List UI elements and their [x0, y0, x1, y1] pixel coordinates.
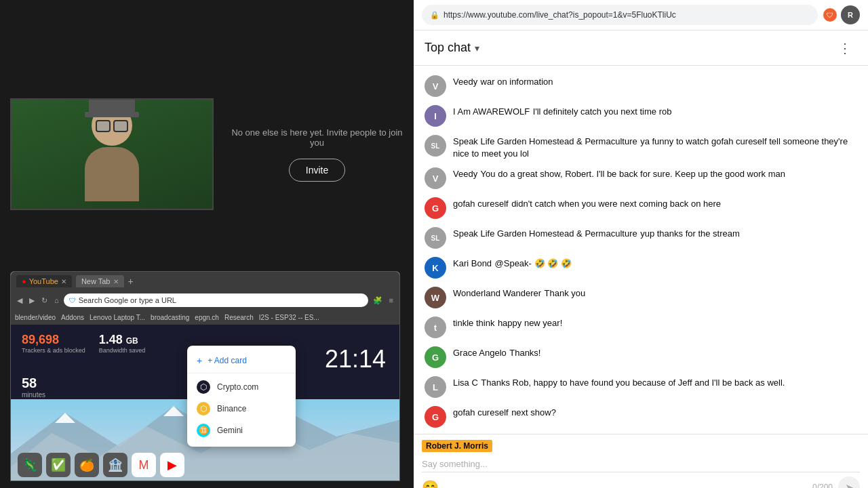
chat-username: Robert J. Morris	[422, 440, 492, 452]
address-text: Search Google or type a URL	[79, 296, 176, 304]
tab-new[interactable]: New Tab ✕	[76, 275, 124, 287]
video-area: No one else is here yet. Invite people t…	[0, 0, 414, 264]
extensions-button[interactable]: 🧩	[371, 295, 384, 306]
bookmark-broadcasting[interactable]: broadcasting	[151, 314, 189, 321]
bookmark-epgn[interactable]: epgn.ch	[195, 314, 219, 321]
chat-input-field-row: Say something...	[422, 456, 860, 472]
invite-section: No one else is here yet. Invite people t…	[220, 98, 414, 210]
new-tab-close-icon[interactable]: ✕	[113, 278, 119, 285]
add-card-button[interactable]: + + Add card	[187, 351, 296, 370]
bookmark-research[interactable]: Research	[224, 314, 254, 321]
tab-close-icon[interactable]: ✕	[61, 278, 66, 285]
message-author: Kari Bond	[453, 258, 492, 268]
bookmark-addons[interactable]: Addons	[61, 314, 84, 321]
right-panel: 🔒 https://www.youtube.com/live_chat?is_p…	[414, 0, 868, 488]
bookmark-blender[interactable]: blender/video	[15, 314, 56, 321]
emoji-button[interactable]: 😊	[422, 479, 439, 488]
message-text: yup thanks for the stream	[640, 228, 740, 239]
bandwidth-stat: 1.48 GB Bandwidth saved	[99, 333, 146, 354]
popup-item-binance[interactable]: ⬡ Binance	[187, 398, 296, 420]
popup-item-gemini[interactable]: ♊ Gemini	[187, 420, 296, 441]
table-row: V Veedy You do a great show, Robert. I'l…	[414, 163, 868, 193]
table-row: V Veedy war on information	[414, 71, 868, 101]
message-text: next show?	[511, 407, 556, 418]
back-button[interactable]: ◀	[15, 295, 24, 306]
avatar: L	[425, 376, 446, 398]
lock-icon: 🔒	[430, 11, 439, 20]
message-content: I Am AWAREWOLF I'll definitely catch you…	[453, 105, 857, 117]
browser-content: 89,698 Trackers & ads blocked 1.48 GB Ba…	[11, 325, 399, 481]
quick-dial-orange[interactable]: 🍊	[75, 453, 99, 477]
quick-dial-youtube[interactable]: ▶	[160, 453, 184, 477]
new-tab-button[interactable]: +	[128, 276, 134, 287]
message-text: Thanks Rob, happy to have found you beca…	[481, 378, 785, 388]
chat-title-bar: Top chat ▾ ⋮	[414, 30, 868, 66]
bookmark-lenovo[interactable]: Lenovo Laptop T...	[90, 314, 145, 321]
trackers-number: 89,698	[22, 333, 85, 347]
chat-messages[interactable]: V Veedy war on information I I Am AWAREW…	[414, 66, 868, 434]
bookmark-bar: blender/video Addons Lenovo Laptop T... …	[11, 310, 399, 325]
time-saved-label: minutes	[22, 391, 56, 399]
message-author: Grace Angelo	[453, 348, 507, 358]
brave-shield-icon: 🛡	[69, 297, 76, 304]
send-button[interactable]: ➤	[838, 476, 860, 488]
binance-icon: ⬡	[197, 402, 210, 415]
message-author: tinkle think	[453, 318, 494, 328]
quick-dial-check[interactable]: ✅	[46, 453, 71, 477]
message-content: Veedy You do a great show, Robert. I'll …	[453, 167, 857, 180]
avatar: G	[425, 197, 446, 219]
table-row: t tinkle think happy new year!	[414, 312, 868, 342]
message-text: Thank you	[545, 288, 586, 298]
message-author: gofah cureself	[453, 407, 509, 418]
message-author: gofah cureself	[453, 199, 509, 209]
gemini-icon: ♊	[197, 424, 210, 437]
quick-dial-gmail[interactable]: M	[132, 453, 156, 477]
table-row: I I Am AWAREWOLF I'll definitely catch y…	[414, 101, 868, 131]
message-content: Speak Life Garden Homestead & Permacultu…	[453, 227, 857, 239]
table-row: K Kari Bond @Speak- 🤣 🤣 🤣	[414, 253, 868, 283]
table-row: L Lisa C Thanks Rob, happy to have found…	[414, 372, 868, 402]
address-bar[interactable]: 🛡 Search Google or type a URL	[64, 293, 368, 307]
bookmark-i2s[interactable]: I2S - ESP32 -- ES...	[259, 314, 319, 321]
message-content: Wonderland Wanderer Thank you	[453, 287, 857, 299]
invite-text: No one else is here yet. Invite people t…	[220, 127, 414, 148]
refresh-button[interactable]: ↻	[39, 295, 50, 306]
url-bar[interactable]: 🔒 https://www.youtube.com/live_chat?is_p…	[422, 5, 818, 25]
chat-input-placeholder[interactable]: Say something...	[422, 456, 860, 472]
message-text: happy new year!	[498, 318, 562, 328]
add-card-label: + Add card	[208, 356, 247, 365]
person-glasses	[96, 121, 128, 131]
quick-dial-gecko[interactable]: 🦎	[18, 453, 42, 477]
avatar: SL	[425, 135, 446, 157]
youtube-tab-label: YouTube	[29, 277, 58, 285]
quick-dial-bank[interactable]: 🏦	[103, 453, 127, 477]
message-content: Grace Angelo Thanks!	[453, 346, 857, 359]
dropdown-arrow-icon[interactable]: ▾	[475, 43, 479, 54]
avatar: I	[425, 105, 446, 127]
message-content: Speak Life Garden Homestead & Permacultu…	[453, 135, 857, 159]
person-silhouette	[75, 105, 149, 203]
crypto-label: Crypto.com	[217, 382, 258, 392]
bandwidth-number: 1.48 GB	[99, 333, 146, 347]
message-author: I Am AWAREWOLF	[453, 106, 530, 117]
invite-button[interactable]: Invite	[289, 159, 345, 182]
send-icon: ➤	[845, 481, 854, 489]
person-body	[85, 147, 139, 201]
settings-button[interactable]: ≡	[387, 295, 395, 306]
forward-button[interactable]: ▶	[27, 295, 37, 306]
three-dot-menu-button[interactable]: ⋮	[833, 37, 857, 59]
message-content: Lisa C Thanks Rob, happy to have found y…	[453, 376, 857, 388]
user-profile-button[interactable]: R	[841, 5, 860, 24]
browser-window: ● YouTube ✕ New Tab ✕ + ◀ ▶ ↻ ⌂ 🛡 Search…	[10, 271, 400, 481]
home-button[interactable]: ⌂	[52, 295, 61, 306]
time-saved-number: 58	[22, 375, 56, 391]
table-row: G Grace Angelo Thanks!	[414, 342, 868, 372]
brave-shield-button[interactable]: 🛡	[823, 8, 837, 22]
tab-youtube[interactable]: ● YouTube ✕	[16, 275, 72, 287]
add-card-popup: + + Add card ⬡ Crypto.com ⬡ Binance ♊ Ge…	[187, 346, 296, 447]
gemini-label: Gemini	[217, 426, 243, 435]
char-counter: 0/200	[812, 483, 833, 488]
top-chat-label-text: Top chat	[425, 41, 471, 55]
popup-item-crypto[interactable]: ⬡ Crypto.com	[187, 376, 296, 398]
message-author: Veedy	[453, 169, 477, 179]
